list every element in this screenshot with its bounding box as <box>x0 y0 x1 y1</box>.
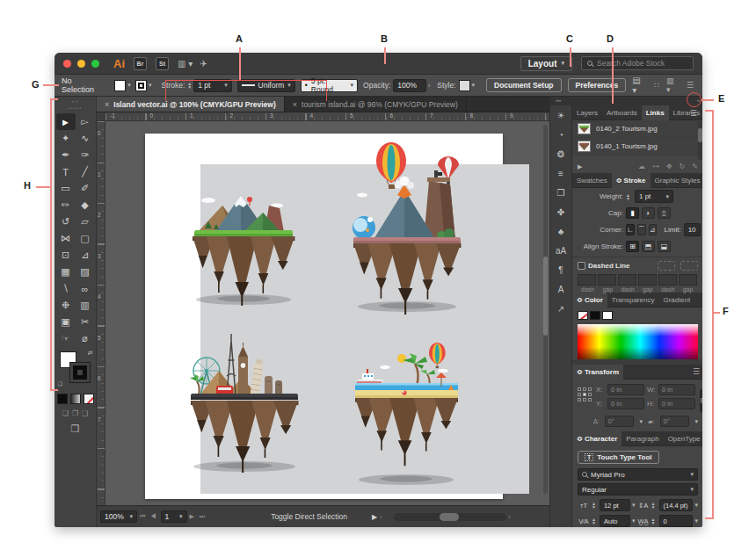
round-join-button[interactable]: ⌒ <box>637 224 646 235</box>
close-window-button[interactable] <box>63 60 71 68</box>
fill-color-control[interactable]: ▾ <box>114 80 131 91</box>
symbol-sprayer-tool[interactable]: ❉ <box>56 297 76 314</box>
dash-field[interactable] <box>618 274 636 286</box>
tracking-stepper[interactable]: ▲▼ <box>651 517 656 524</box>
gpu-performance-icon[interactable]: ▤ ▾ <box>632 76 647 95</box>
vertical-scrollbar[interactable] <box>543 125 548 494</box>
lasso-tool[interactable]: ∿ <box>76 130 95 147</box>
opacity-field[interactable]: 100% <box>393 79 426 92</box>
panel-tab-color[interactable]: ≎ Color <box>572 293 607 307</box>
free-transform-tool[interactable]: ▢ <box>76 230 95 247</box>
character-styles-panel-icon[interactable]: aA <box>554 244 569 257</box>
status-menu-arrow-icon[interactable]: ▶ <box>372 513 377 521</box>
horizontal-scrollbar[interactable] <box>394 513 506 521</box>
panel-tab-transparency[interactable]: Transparency <box>607 293 659 307</box>
panel-tab-gradient[interactable]: Gradient <box>658 293 694 307</box>
white-swatch[interactable] <box>602 311 613 320</box>
next-artboard-icon[interactable]: ▶ ⏭ <box>190 513 207 520</box>
shear-angle-field[interactable]: 0° <box>660 416 690 427</box>
dash-field[interactable] <box>578 274 596 286</box>
panel-tab-artboards[interactable]: Artboards <box>602 105 642 120</box>
magic-wand-tool[interactable]: ✦ <box>56 130 76 147</box>
collapse-dock-icon[interactable]: «« <box>556 98 562 103</box>
miter-join-button[interactable]: ∟ <box>626 224 635 235</box>
adobe-stock-search-input[interactable]: Search Adobe Stock <box>581 56 694 70</box>
align-dash-icon[interactable] <box>680 261 698 271</box>
asset-export-panel-icon[interactable]: ↗ <box>554 302 569 315</box>
screen-mode-button[interactable]: ❒ <box>55 423 96 435</box>
panel-menu-icon[interactable]: ☰ <box>690 109 697 118</box>
miter-limit-field[interactable]: 10 <box>684 223 701 236</box>
font-size-field[interactable]: 12 pt <box>600 499 630 511</box>
go-to-link-icon[interactable]: ✥ <box>666 163 672 170</box>
scroll-right-icon[interactable]: › <box>509 514 511 520</box>
tab-close-icon[interactable]: × <box>105 100 109 109</box>
brushes-panel-icon[interactable]: ✤ <box>554 206 569 219</box>
gradient-mode-button[interactable] <box>70 394 81 404</box>
kerning-field[interactable]: Auto <box>600 515 630 527</box>
bridge-icon[interactable]: Br <box>134 57 147 70</box>
gap-field[interactable] <box>598 274 616 286</box>
zoom-level-field[interactable]: 100% ▾ <box>100 510 137 523</box>
x-field[interactable]: 0 in <box>607 384 644 395</box>
rotate-tool[interactable]: ↺ <box>56 213 76 230</box>
artboard-tool[interactable]: ▣ <box>56 314 76 330</box>
pen-tool[interactable]: ✒ <box>56 147 76 163</box>
gradient-panel-icon[interactable]: ◔ <box>554 128 569 141</box>
line-segment-tool[interactable]: ╱ <box>76 163 95 180</box>
gap-field[interactable] <box>638 274 657 286</box>
kerning-stepper[interactable]: ▲▼ <box>592 517 596 524</box>
scale-tool[interactable]: ▱ <box>76 213 95 230</box>
type-tool[interactable]: T <box>56 163 76 180</box>
arrange-documents-icon[interactable]: ▥ ▾ <box>178 59 193 69</box>
artboard-number-field[interactable]: 1 ▾ <box>161 510 187 523</box>
mesh-tool[interactable]: ▦ <box>56 264 76 280</box>
relink-from-cc-icon[interactable]: ☁ <box>638 163 645 170</box>
update-link-icon[interactable]: ↻ <box>680 163 686 170</box>
link-item[interactable]: 0140_1 Tourism.jpg <box>572 138 702 156</box>
reference-point-grid[interactable] <box>578 387 592 401</box>
align-center-button[interactable]: ⊞ <box>626 241 639 252</box>
none-mode-button[interactable] <box>84 394 94 404</box>
opacity-disclosure-icon[interactable]: › <box>428 83 430 89</box>
control-panel-menu-icon[interactable]: ☰ <box>687 81 694 90</box>
shape-builder-tool[interactable]: ⊡ <box>56 247 76 264</box>
align-panel-icon[interactable]: ≡ <box>554 167 569 180</box>
none-swatch[interactable] <box>578 311 588 320</box>
panel-tab-opentype[interactable]: OpenType <box>664 431 702 446</box>
selection-tool[interactable]: ► <box>56 113 76 130</box>
swap-fill-stroke-icon[interactable]: ⇄ <box>88 350 93 357</box>
ruler-origin[interactable] <box>97 112 105 121</box>
draw-normal-icon[interactable]: ❏ <box>62 409 69 417</box>
first-artboard-icon[interactable]: ⏮ ◀ <box>140 513 158 520</box>
preserve-dash-icon[interactable] <box>658 261 675 271</box>
font-size-stepper[interactable]: ▲▼ <box>592 502 596 509</box>
canvas[interactable] <box>105 121 549 505</box>
draw-behind-icon[interactable]: ❐ <box>72 409 78 417</box>
status-message[interactable]: Toggle Direct Selection <box>271 512 347 521</box>
color-panel-icon[interactable]: ☀ <box>554 109 569 122</box>
paragraph-styles-panel-icon[interactable]: ¶ <box>554 264 569 277</box>
workspace-switcher[interactable]: Layout ▾ <box>520 56 572 71</box>
edit-original-icon[interactable]: ✎ <box>692 163 698 170</box>
draw-inside-icon[interactable]: ❑ <box>82 409 88 417</box>
constrain-proportions-icon[interactable]: ∞ <box>700 389 702 412</box>
paintbrush-tool[interactable]: ✐ <box>76 180 95 197</box>
panel-tab-stroke[interactable]: ≎ Stroke <box>612 173 651 188</box>
direct-selection-tool[interactable]: ▻ <box>76 113 95 130</box>
links-scrollbar[interactable] <box>698 121 702 160</box>
tracking-field[interactable]: 0 <box>659 515 694 527</box>
graphic-style-control[interactable]: ▾ <box>459 80 476 91</box>
dashed-line-checkbox[interactable] <box>578 262 585 270</box>
zoom-tool[interactable]: ⌀ <box>76 330 95 347</box>
bevel-join-button[interactable]: ⊿ <box>649 224 657 235</box>
default-fill-stroke-icon[interactable]: ❏ <box>58 380 62 387</box>
appearance-panel-icon[interactable]: A <box>554 283 569 296</box>
link-info-disclosure-icon[interactable]: ▶ <box>578 163 582 170</box>
eraser-tool[interactable]: ◆ <box>76 197 95 213</box>
weight-field[interactable]: 1 pt ▾ <box>635 190 673 203</box>
panel-tab-character[interactable]: ≎ Character <box>572 431 622 446</box>
pathfinder-panel-icon[interactable]: ❐ <box>554 186 569 199</box>
document-setup-button[interactable]: Document Setup <box>486 78 562 92</box>
symbols-panel-icon[interactable]: ♣ <box>554 225 569 238</box>
